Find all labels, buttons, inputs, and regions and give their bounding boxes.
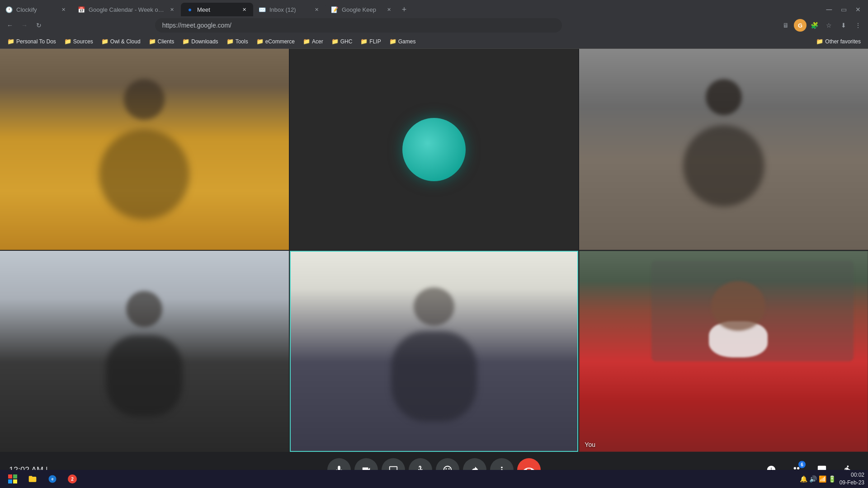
url-text: https://meet.google.com/	[162, 22, 231, 29]
bookmark-label: Acer	[312, 38, 323, 45]
settings-icon[interactable]: ⋮	[852, 19, 864, 32]
bookmark-label: Tools	[236, 38, 248, 45]
minimize-button[interactable]: ─	[823, 3, 835, 16]
folder-icon: 📁	[149, 38, 156, 45]
bookmarks-bar: 📁 Personal To Dos 📁 Sources 📁 Owl & Clou…	[0, 34, 868, 49]
bookmark-label: GHC	[340, 38, 353, 45]
clockify-favicon: 🕐	[5, 6, 13, 13]
tab-gmail-label: Inbox (12)	[269, 6, 309, 13]
browser-taskbar-button[interactable]: e	[43, 470, 61, 488]
extension-icon[interactable]: 🧩	[808, 19, 821, 32]
folder-icon: 📁	[331, 38, 339, 45]
tab-clockify-label: Clockify	[16, 6, 56, 13]
forward-button[interactable]: →	[18, 19, 31, 32]
bookmark-label: Clients	[158, 38, 175, 45]
participant-tile-you: You	[579, 251, 868, 452]
tab-calendar[interactable]: 📅 Google Calendar - Week of Febr... ✕	[72, 3, 181, 16]
new-tab-button[interactable]: +	[398, 3, 410, 16]
bookmark-personal-todos[interactable]: 📁 Personal To Dos	[4, 36, 60, 47]
bookmark-other-favorites[interactable]: 📁 Other favorites	[812, 36, 864, 47]
tab-clockify-close[interactable]: ✕	[60, 6, 67, 13]
bookmark-downloads[interactable]: 📁 Downloads	[179, 36, 222, 47]
meet-taskbar-icon: 2	[68, 474, 77, 483]
taskbar-system-tray: 🔔 🔊 📶 🔋 00:02 09-Feb-23	[800, 471, 864, 487]
system-clock: 00:02 09-Feb-23	[840, 471, 864, 487]
bookmark-ecommerce[interactable]: 📁 eCommerce	[253, 36, 298, 47]
bookmark-clients[interactable]: 📁 Clients	[145, 36, 178, 47]
tab-meet[interactable]: ● Meet ✕	[181, 3, 253, 16]
bookmark-label: Downloads	[191, 38, 218, 45]
tab-calendar-close[interactable]: ✕	[168, 6, 175, 13]
participant-video-1	[0, 49, 289, 250]
folder-icon: 📁	[64, 38, 71, 45]
bookmark-star-icon[interactable]: ☆	[823, 19, 835, 32]
tab-clockify[interactable]: 🕐 Clockify ✕	[0, 3, 72, 16]
meet-taskbar-button[interactable]: 2	[63, 470, 81, 488]
bookmark-label: Games	[398, 38, 416, 45]
folder-icon: 📁	[360, 38, 368, 45]
start-button[interactable]	[4, 470, 22, 488]
taskbar: e 2 🔔 🔊 📶 🔋 00:02 09-Feb-23	[0, 470, 868, 488]
participant-video-3	[579, 49, 868, 250]
participant-tile-4	[0, 251, 289, 452]
participant-tile-5	[290, 251, 579, 452]
bookmark-acer[interactable]: 📁 Acer	[299, 36, 327, 47]
bookmark-label: FLIP	[369, 38, 381, 45]
folder-icon: 📁	[303, 38, 310, 45]
participant-avatar-circle	[402, 118, 466, 181]
tab-meet-close[interactable]: ✕	[241, 6, 248, 13]
gmail-favicon: ✉️	[259, 6, 266, 13]
close-window-button[interactable]: ✕	[852, 3, 864, 16]
tab-gmail[interactable]: ✉️ Inbox (12) ✕	[253, 3, 326, 16]
tab-calendar-label: Google Calendar - Week of Febr...	[89, 6, 165, 13]
participant-tile-3	[579, 49, 868, 250]
tab-keep[interactable]: 📝 Google Keep ✕	[326, 3, 398, 16]
file-explorer-button[interactable]	[24, 470, 42, 488]
folder-icon: 📁	[226, 38, 234, 45]
svg-text:e: e	[52, 477, 54, 481]
tab-meet-label: Meet	[197, 6, 237, 13]
folder-icon: 📁	[101, 38, 108, 45]
bookmark-ghc[interactable]: 📁 GHC	[328, 36, 356, 47]
bookmark-sources[interactable]: 📁 Sources	[61, 36, 97, 47]
back-button[interactable]: ←	[4, 19, 16, 32]
tab-gmail-close[interactable]: ✕	[313, 6, 320, 13]
you-video	[579, 251, 868, 452]
you-label: You	[585, 441, 595, 448]
maximize-button[interactable]: ▭	[837, 3, 850, 16]
folder-icon: 📁	[182, 38, 189, 45]
bookmark-label: eCommerce	[265, 38, 295, 45]
bookmark-label: Owl & Cloud	[110, 38, 141, 45]
folder-icon: 📁	[389, 38, 396, 45]
folder-icon: 📁	[7, 38, 14, 45]
bookmark-owl-cloud[interactable]: 📁 Owl & Cloud	[98, 36, 144, 47]
people-count-badge: 6	[798, 461, 806, 468]
bookmark-label: Other favorites	[825, 38, 861, 45]
folder-icon: 📁	[816, 38, 823, 45]
browser-icon: e	[48, 474, 57, 483]
tab-keep-close[interactable]: ✕	[385, 6, 392, 13]
meet-favicon: ●	[186, 6, 193, 13]
folder-icon: 📁	[256, 38, 264, 45]
browser-chrome: 🕐 Clockify ✕ 📅 Google Calendar - Week of…	[0, 0, 868, 49]
keep-favicon: 📝	[331, 6, 338, 13]
video-grid: You	[0, 49, 868, 452]
url-bar[interactable]: https://meet.google.com/	[155, 18, 562, 33]
address-right-controls: 🖥 G 🧩 ☆ ⬇ ⋮	[779, 19, 864, 32]
bookmark-games[interactable]: 📁 Games	[386, 36, 420, 47]
participant-avatar-2	[290, 49, 579, 250]
calendar-favicon: 📅	[78, 6, 85, 13]
address-bar: ← → ↻ https://meet.google.com/ 🖥 G 🧩 ☆ ⬇…	[0, 16, 868, 34]
bookmark-flip[interactable]: 📁 FLIP	[357, 36, 384, 47]
bookmark-label: Personal To Dos	[16, 38, 56, 45]
system-date: 09-Feb-23	[840, 479, 864, 487]
refresh-button[interactable]: ↻	[33, 19, 45, 32]
participant-video-4	[0, 251, 289, 452]
profile-icon[interactable]: G	[794, 19, 807, 32]
participant-video-5	[291, 252, 578, 451]
meet-container: You 12:02 AM |	[0, 49, 868, 488]
bookmark-tools[interactable]: 📁 Tools	[223, 36, 252, 47]
system-tray-icons: 🔔 🔊 📶 🔋	[800, 475, 836, 483]
screen-share-icon[interactable]: 🖥	[779, 19, 792, 32]
download-icon[interactable]: ⬇	[837, 19, 850, 32]
